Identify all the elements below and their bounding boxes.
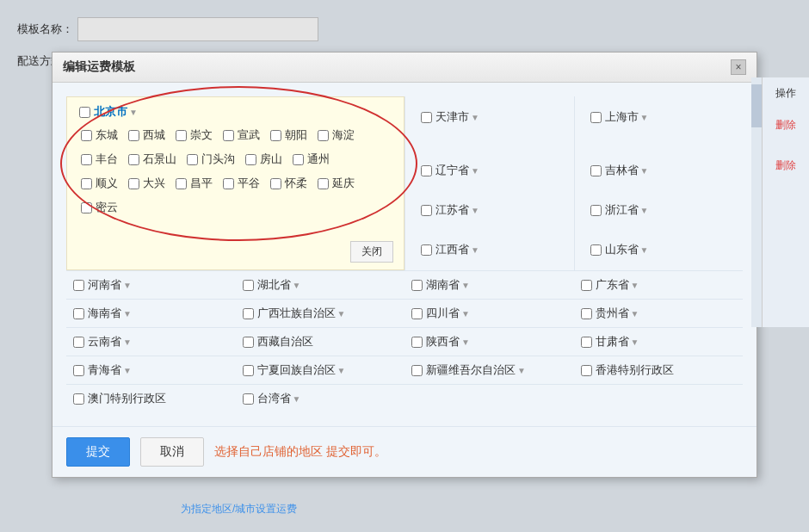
modal-title: 编辑运费模板 [63,59,135,75]
macao-label: 澳门特别行政区 [88,391,166,406]
guangxi-checkbox[interactable] [243,308,254,319]
modal-body: 北京市 ▼ 东城 西城 崇文 宣武 朝阳 海淀 丰台 石景山 门头沟 房 [52,83,757,426]
huairou-label: 怀柔 [285,176,307,191]
henan-row: 河南省▼ 湖北省▼ 湖南省▼ 广东省▼ [66,271,743,300]
xinjiang-checkbox[interactable] [411,365,423,376]
operation-label: 操作 [775,86,796,101]
xizang-label: 西藏自治区 [257,334,313,350]
beijing-sub-row-2: 丰台 石景山 门头沟 房山 通州 [76,149,395,170]
yunnan-checkbox[interactable] [73,337,84,348]
guangdong-checkbox[interactable] [581,280,592,291]
modal-close-button[interactable]: × [731,59,746,75]
hunan-label: 湖南省 [426,277,460,293]
tianjin-checkbox[interactable] [421,112,432,123]
xinjiang-label: 新疆维吾尔自治区 [426,362,516,378]
macao-row: 澳门特别行政区 台湾省▼ [66,385,743,412]
gansu-checkbox[interactable] [581,337,592,348]
zhejiang-checkbox[interactable] [590,205,602,216]
henan-checkbox[interactable] [73,280,84,291]
specify-region-link[interactable]: 为指定地区/城市设置运费 [181,503,297,515]
guangxi-label: 广西壮族自治区 [257,306,336,321]
pinggu-checkbox[interactable] [223,178,234,189]
chongwen-checkbox[interactable] [176,130,187,141]
modal-footer: 提交 取消 选择自己店铺的地区 提交即可。 [52,426,757,477]
hainan-checkbox[interactable] [73,308,84,319]
changping-label: 昌平 [190,176,213,191]
huairou-checkbox[interactable] [270,178,281,189]
jilin-arrow: ▼ [640,166,649,176]
scrollbar-thumb[interactable] [751,84,762,127]
shandong-checkbox[interactable] [590,244,602,256]
chongwen-label: 崇文 [190,127,213,143]
hubei-label: 湖北省 [257,277,291,293]
scrollbar-track[interactable] [751,77,762,327]
edit-freight-modal: 编辑运费模板 × 北京市 ▼ 东城 西城 崇文 宣武 朝阳 [52,52,757,478]
shunyi-checkbox[interactable] [81,178,92,189]
shanghai-arrow: ▼ [640,113,649,122]
jiangxi-checkbox[interactable] [421,244,432,256]
jiangxi-label: 江西省 [435,242,469,257]
daxing-checkbox[interactable] [128,178,139,189]
taiwan-checkbox[interactable] [243,393,254,405]
gansu-label: 甘肃省 [596,334,629,350]
shaanxi-label: 陕西省 [426,334,460,350]
liaoning-arrow: ▼ [471,166,479,176]
daxing-label: 大兴 [143,176,165,191]
dongcheng-checkbox[interactable] [81,130,92,141]
fangshan-checkbox[interactable] [245,154,256,165]
beijing-sub-row-4: 密云 [76,197,395,218]
zhejiang-arrow: ▼ [640,206,649,215]
jiangxi-arrow: ▼ [471,245,479,255]
cancel-button[interactable]: 取消 [140,437,204,467]
qinghai-checkbox[interactable] [73,365,84,376]
shanghai-label: 上海市 [605,109,639,125]
jiangsu-checkbox[interactable] [421,205,432,216]
liaoning-checkbox[interactable] [421,165,432,176]
jiangsu-arrow: ▼ [471,206,479,215]
liaoning-label: 辽宁省 [435,163,469,178]
guizhou-checkbox[interactable] [581,308,592,319]
taiwan-label: 台湾省 [257,391,291,406]
qinghai-label: 青海省 [88,362,121,378]
xizang-checkbox[interactable] [243,337,254,348]
fengtai-label: 丰台 [96,152,118,167]
shijingshan-label: 石景山 [143,152,176,167]
miyun-checkbox[interactable] [81,202,92,213]
close-dropdown-button[interactable]: 关闭 [350,241,393,263]
beijing-sub-row-1: 东城 西城 崇文 宣武 朝阳 海淀 [76,125,395,145]
mentougou-checkbox[interactable] [187,154,198,165]
hainan-row: 海南省▼ 广西壮族自治区▼ 四川省▼ 贵州省▼ [66,300,743,328]
beijing-sub-row-3: 顺义 大兴 昌平 平谷 怀柔 延庆 [76,173,395,194]
shunyi-label: 顺义 [96,176,118,191]
fengtai-checkbox[interactable] [81,154,92,165]
beijing-checkbox[interactable] [79,107,90,118]
delete-button-1[interactable]: 删除 [775,118,796,133]
yanqing-checkbox[interactable] [318,178,329,189]
hunan-checkbox[interactable] [411,280,423,291]
xicheng-checkbox[interactable] [128,130,139,141]
beijing-expanded-block: 北京市 ▼ 东城 西城 崇文 宣武 朝阳 海淀 丰台 石景山 门头沟 房 [66,96,404,270]
zhejiang-label: 浙江省 [605,202,639,218]
shanghai-checkbox[interactable] [590,112,602,123]
tianjin-arrow: ▼ [471,113,479,122]
jilin-checkbox[interactable] [590,165,602,176]
shandong-arrow: ▼ [640,245,649,255]
sichuan-checkbox[interactable] [411,308,423,319]
henan-label: 河南省 [88,277,121,293]
haidian-checkbox[interactable] [318,130,329,141]
delete-button-2[interactable]: 删除 [775,158,796,173]
changping-checkbox[interactable] [176,178,187,189]
ningxia-checkbox[interactable] [243,365,254,376]
pinggu-label: 平谷 [238,176,260,191]
submit-button[interactable]: 提交 [66,437,130,467]
xuanwu-checkbox[interactable] [223,130,234,141]
tongzhou-checkbox[interactable] [293,154,304,165]
tianjin-label: 天津市 [435,109,469,125]
hongkong-checkbox[interactable] [581,365,592,376]
beijing-label[interactable]: 北京市 [94,104,127,120]
hubei-checkbox[interactable] [243,280,254,291]
shijingshan-checkbox[interactable] [128,154,139,165]
chaoyang-checkbox[interactable] [270,130,281,141]
shaanxi-checkbox[interactable] [411,337,423,348]
macao-checkbox[interactable] [73,393,84,405]
